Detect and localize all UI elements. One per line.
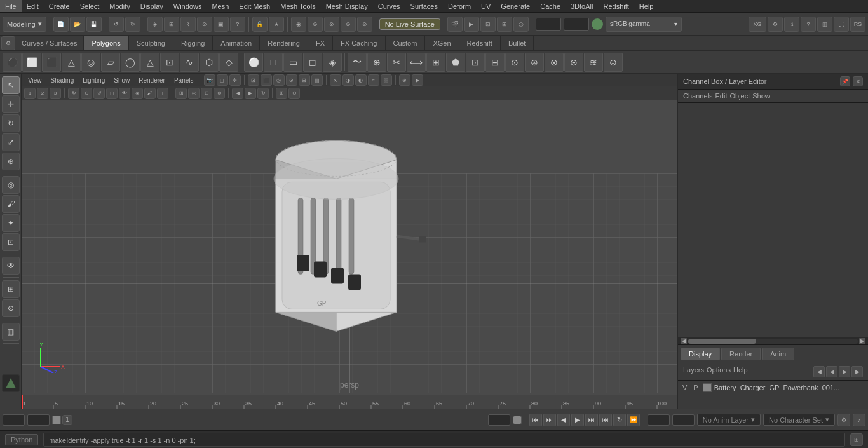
shelf-platonic[interactable]: ◇ — [219, 53, 238, 72]
viewport[interactable]: View Shading Lighting Show Renderer Pane… — [22, 74, 677, 395]
layout-btn[interactable]: ▥ — [817, 17, 832, 32]
cb-channels-menu[interactable]: Channels — [683, 92, 712, 100]
timeline-ruler-area[interactable]: 1 5 10 15 20 25 30 35 40 45 50 55 60 — [0, 395, 868, 409]
render-region-btn[interactable]: ◉ — [291, 17, 306, 32]
show-hide-btn[interactable]: 👁 — [2, 257, 20, 275]
undo-btn[interactable]: ↺ — [109, 17, 124, 32]
prev-frame-btn[interactable]: ⏭ — [543, 414, 556, 426]
float1-input[interactable]: 0.00 — [536, 18, 561, 31]
timeline-audio-btn[interactable]: ♪ — [853, 414, 865, 426]
vp-wireframe-btn[interactable]: ⊡ — [248, 74, 259, 86]
shelf-cone[interactable]: △ — [62, 53, 81, 72]
xform4-btn[interactable]: ⊝ — [357, 17, 372, 32]
tab-sculpting[interactable]: Sculpting — [129, 36, 173, 50]
layer-arrow-right[interactable]: ▶ — [839, 366, 850, 377]
shelf-disk[interactable]: ◯ — [121, 53, 140, 72]
scroll-left-btn[interactable]: ◀ — [681, 338, 687, 344]
open-file-btn[interactable]: 📂 — [70, 17, 85, 32]
vp2-focus-btn[interactable]: ⊙ — [81, 88, 92, 99]
next-frame-btn[interactable]: ⏭ — [585, 414, 598, 426]
timeline-ruler[interactable]: 1 5 10 15 20 25 30 35 40 45 50 55 60 — [22, 395, 677, 409]
menu-mesh-tools[interactable]: Mesh Tools — [275, 0, 320, 12]
menu-surfaces[interactable]: Surfaces — [405, 0, 443, 12]
vp-depth-btn[interactable]: ▒ — [381, 74, 392, 86]
end-frame-input[interactable]: 120 — [488, 414, 510, 426]
shelf-cube[interactable]: ⬜ — [22, 53, 41, 72]
quick-sel-btn[interactable]: ⊞ — [2, 280, 20, 298]
tab-polygons[interactable]: Polygons — [84, 36, 128, 50]
shelf-mirror[interactable]: ⟺ — [407, 53, 426, 72]
menu-deform[interactable]: Deform — [443, 0, 476, 12]
vp2-show3-btn[interactable]: ◎ — [188, 88, 200, 99]
vp-motion-btn[interactable]: ≈ — [368, 74, 379, 86]
vp-menu-lighting[interactable]: Lighting — [79, 77, 109, 84]
vp-xray-btn[interactable]: X — [330, 74, 341, 86]
layer-arrow-right2[interactable]: ▶ — [851, 366, 863, 377]
menu-generate[interactable]: Generate — [496, 0, 535, 12]
select-mode-btn[interactable]: ◈ — [147, 17, 163, 32]
menu-select[interactable]: Select — [75, 0, 105, 12]
tab-fx-caching[interactable]: FX Caching — [333, 36, 385, 50]
scroll-right-btn[interactable]: ▶ — [859, 338, 865, 344]
viewport-canvas[interactable]: GP X Y Z pers — [22, 100, 677, 393]
playhead[interactable] — [22, 395, 23, 409]
cb-edit-menu[interactable]: Edit — [715, 92, 727, 100]
menu-cache[interactable]: Cache — [535, 0, 566, 12]
select-tool-btn[interactable]: ↖ — [2, 76, 20, 94]
no-live-surface-btn[interactable]: No Live Surface — [379, 18, 440, 30]
shelf-cylinder2[interactable]: ▭ — [283, 53, 302, 72]
frame-field2[interactable]: 1 — [27, 414, 50, 426]
range-end-input[interactable]: 120 — [648, 414, 670, 426]
shelf-pipe[interactable]: ⊡ — [160, 53, 179, 72]
render3-btn[interactable]: ⊡ — [480, 17, 496, 32]
cb-object-menu[interactable]: Object — [729, 92, 750, 100]
timeline-settings-btn[interactable]: ⚙ — [837, 414, 850, 426]
shelf-plane[interactable]: ▱ — [101, 53, 120, 72]
char-set-dropdown[interactable]: No Character Set ▾ — [763, 414, 835, 426]
settings-gear-btn[interactable]: ⚙ — [1, 36, 15, 50]
fullscreen-btn[interactable]: ⛶ — [834, 17, 849, 32]
lock-btn[interactable]: 🔒 — [252, 17, 268, 32]
loop-btn[interactable]: ↻ — [613, 414, 626, 426]
soft-select-btn[interactable]: ◎ — [2, 176, 20, 194]
scale-tool-btn[interactable]: ⤢ — [2, 133, 20, 151]
shelf-fill-hole[interactable]: ⊙ — [505, 53, 524, 72]
vp2-btn2[interactable]: 2 — [37, 88, 48, 99]
shelf-bridge[interactable]: ⊟ — [485, 53, 505, 72]
component-btn[interactable]: ⊙ — [2, 299, 20, 317]
tab-custom[interactable]: Custom — [386, 36, 426, 50]
shelf-pyramid[interactable]: △ — [140, 53, 159, 72]
shelf-wedge[interactable]: ⊗ — [545, 53, 564, 72]
shelf-shape2[interactable]: ◈ — [323, 53, 342, 72]
vp2-btn1[interactable]: 1 — [24, 88, 36, 99]
help-btn[interactable]: ? — [801, 17, 816, 32]
xgen-btn[interactable]: XG — [749, 17, 766, 32]
vp2-btn3[interactable]: 3 — [50, 88, 61, 99]
play-fwd-btn[interactable]: ▶ — [571, 414, 584, 426]
shelf-cube2[interactable]: □ — [264, 53, 283, 72]
shelf-torus[interactable]: ◎ — [81, 53, 100, 72]
vp2-show2-btn[interactable]: ⊞ — [175, 88, 187, 99]
shelf-helix[interactable]: ∿ — [180, 53, 199, 72]
vp2-paint2-btn[interactable]: 🖌 — [144, 88, 156, 99]
menu-file[interactable]: File — [0, 0, 22, 12]
tab-bullet[interactable]: Bullet — [501, 36, 534, 50]
snap-live-btn[interactable]: ? — [230, 17, 245, 32]
tab-rigging[interactable]: Rigging — [173, 36, 213, 50]
anim-layer-dropdown[interactable]: No Anim Layer ▾ — [697, 414, 761, 426]
menu-help[interactable]: Help — [634, 0, 659, 12]
redshift-btn2[interactable]: RS — [850, 17, 865, 32]
tab-redshift[interactable]: Redshift — [459, 36, 501, 50]
shelf-crease[interactable]: ⊝ — [564, 53, 583, 72]
shelf-curve-tool[interactable]: 〜 — [348, 53, 367, 72]
menu-modify[interactable]: Modify — [104, 0, 135, 12]
camera-icon[interactable]: 📷 — [204, 74, 215, 86]
highlight-btn[interactable]: ★ — [269, 17, 284, 32]
vp-shadow-btn[interactable]: ◑ — [342, 74, 354, 86]
shelf-smooth[interactable]: ≋ — [584, 53, 603, 72]
tab-fx[interactable]: FX — [308, 36, 333, 50]
menu-display[interactable]: Display — [135, 0, 168, 12]
redo-btn[interactable]: ↻ — [125, 17, 140, 32]
tab-rendering[interactable]: Rendering — [260, 36, 308, 50]
vp2-rotate-btn[interactable]: ↺ — [93, 88, 105, 99]
